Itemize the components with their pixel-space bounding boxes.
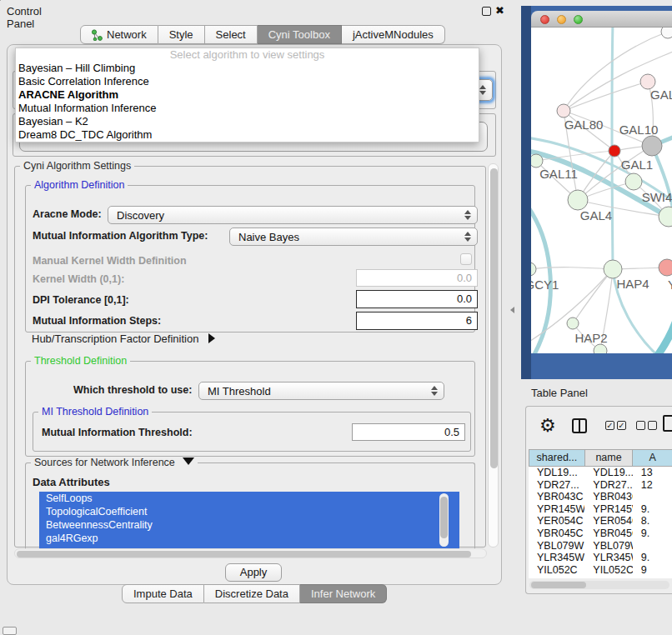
network-node[interactable] — [642, 136, 662, 156]
network-canvas[interactable]: GALGAL80GAL10GAL1GAL11SWI4GAL4GCY1HAP4YH… — [531, 28, 672, 353]
table-row[interactable]: YIL052CYIL052C9 — [529, 564, 672, 577]
network-window-titlebar[interactable] — [531, 11, 672, 28]
dropdown-item-basic-correlation-inference[interactable]: Basic Correlation Inference — [16, 75, 479, 88]
table-row[interactable]: YBL079WYBL079W — [529, 540, 672, 552]
bottom-tab-impute-data[interactable]: Impute Data — [122, 584, 204, 603]
attribute-item[interactable]: TopologicalCoefficient — [39, 505, 459, 518]
tab-label: Cyni Toolbox — [268, 26, 330, 44]
aracne-mode-value: Discovery — [117, 209, 164, 222]
table-horizontal-scrollbar[interactable] — [529, 581, 669, 589]
data-attributes-list[interactable]: SelfLoopsTopologicalCoefficientBetweenne… — [39, 492, 459, 549]
mi-threshold-field[interactable]: 0.5 — [352, 423, 465, 441]
network-icon — [92, 29, 103, 41]
network-node[interactable] — [567, 318, 579, 329]
dropdown-item-aracne-algorithm[interactable]: ARACNE Algorithm — [16, 88, 479, 102]
network-node[interactable] — [531, 154, 543, 168]
node-attribute-table[interactable]: shared...nameA YDL19...YDL19...13YDR27..… — [529, 449, 672, 578]
apply-button[interactable]: Apply — [225, 563, 282, 582]
algorithm-definition-legend: Algorithm Definition — [31, 179, 128, 191]
network-node[interactable] — [568, 190, 588, 210]
network-node[interactable] — [594, 344, 607, 353]
tab-jactivemnodules[interactable]: jActiveMNodules — [342, 25, 445, 44]
table-row[interactable]: YLR345WYLR345W9. — [529, 552, 672, 564]
table-row[interactable]: YBR045CYBR045C9. — [529, 528, 672, 540]
manual-kernel-width-checkbox[interactable] — [460, 253, 472, 265]
network-graph[interactable]: GALGAL80GAL10GAL1GAL11SWI4GAL4GCY1HAP4YH… — [531, 28, 672, 353]
table-row[interactable]: YDR27...YDR27...12 — [529, 479, 672, 492]
columns-icon[interactable] — [572, 418, 587, 433]
table-cell — [633, 540, 672, 552]
table-cell: YBR045C — [584, 528, 632, 540]
network-node[interactable] — [661, 28, 672, 38]
mi-algorithm-type-combobox[interactable]: Naive Bayes — [229, 228, 478, 246]
tab-label: Style — [169, 26, 193, 44]
close-traffic-light-icon[interactable] — [540, 15, 549, 24]
kernel-width-field[interactable]: 0.0 — [356, 269, 478, 287]
minimized-panel-icon[interactable] — [3, 627, 17, 635]
dropdown-item-dream8-dc-tdc-algorithm[interactable]: Dream8 DC_TDC Algorithm — [16, 128, 479, 142]
deselect-all-checkboxes-icon[interactable] — [636, 421, 657, 430]
table-row[interactable]: YER054CYER054C8. — [529, 515, 672, 528]
dropdown-item-bayesian-k2[interactable]: Bayesian – K2 — [16, 115, 479, 128]
table-cell: YLR345W — [584, 552, 632, 564]
table-row[interactable]: YBR043CYBR043C — [529, 491, 672, 503]
attribute-item[interactable]: gal4RGexp — [39, 532, 459, 545]
network-node[interactable] — [557, 104, 570, 118]
network-node-label: GCY1 — [531, 278, 559, 292]
which-threshold-combobox[interactable]: MI Threshold — [198, 382, 444, 400]
chevron-down-icon — [183, 458, 194, 465]
splitter-collapse-icon[interactable] — [510, 307, 514, 313]
tab-network[interactable]: Network — [80, 25, 158, 44]
mi-steps-field[interactable]: 6 — [356, 312, 478, 330]
table-cell: YIL052C — [529, 564, 584, 577]
hub-tf-definition-toggle[interactable]: Hub/Transcription Factor Definition — [32, 332, 215, 345]
network-node[interactable] — [531, 262, 536, 276]
network-node[interactable] — [659, 259, 672, 276]
mi-algorithm-type-label: Mutual Information Algorithm Type: — [33, 230, 208, 242]
tab-label: Network — [107, 26, 147, 44]
table-cell: YDL19... — [584, 467, 632, 479]
aracne-mode-combobox[interactable]: Discovery — [108, 206, 478, 224]
network-node[interactable] — [604, 260, 622, 278]
attribute-item[interactable]: SelfLoops — [39, 492, 459, 505]
table-cell: 13 — [633, 467, 672, 479]
aracne-mode-label: Aracne Mode: — [33, 208, 102, 220]
table-cell: YIL052C — [584, 564, 632, 577]
attribute-list-scrollbar[interactable] — [439, 493, 449, 547]
network-edge — [656, 312, 672, 353]
dropdown-item-bayesian-hill-climbing[interactable]: Bayesian – Hill Climbing — [16, 62, 479, 75]
zoom-traffic-light-icon[interactable] — [574, 15, 583, 24]
column-header-2[interactable]: A — [633, 449, 672, 467]
close-icon[interactable]: ✖ — [495, 4, 504, 17]
table-cell: 9. — [633, 503, 672, 516]
table-row[interactable]: YDL19...YDL19...13 — [529, 467, 672, 479]
table-row[interactable]: YPR145WYPR145W9. — [529, 503, 672, 516]
network-node[interactable] — [609, 145, 620, 157]
tab-select[interactable]: Select — [205, 25, 258, 44]
attribute-item[interactable]: BetweennessCentrality — [39, 518, 459, 532]
tab-cyni-toolbox[interactable]: Cyni Toolbox — [258, 25, 342, 44]
select-all-checkboxes-icon[interactable]: ✓✓ — [605, 421, 626, 430]
tab-style[interactable]: Style — [158, 25, 205, 44]
settings-vertical-scrollbar[interactable] — [488, 163, 499, 548]
column-header-0[interactable]: shared... — [529, 449, 585, 467]
table-cell: 9. — [633, 528, 672, 540]
float-window-icon[interactable] — [482, 7, 491, 16]
control-panel-tabbar: NetworkStyleSelectCyni ToolboxjActiveMNo… — [80, 25, 445, 44]
network-node[interactable] — [625, 173, 642, 190]
network-node-label: GAL1 — [621, 158, 653, 172]
tab-label: jActiveMNodules — [353, 26, 434, 44]
sources-legend[interactable]: Sources for Network Inference — [31, 457, 198, 468]
settings-horizontal-scrollbar[interactable] — [14, 548, 487, 558]
table-cell: YDL19... — [529, 467, 584, 479]
dropdown-item-mutual-information-inference[interactable]: Mutual Information Inference — [16, 102, 479, 115]
combo-spinner-icon — [464, 207, 471, 223]
bottom-tab-infer-network[interactable]: Infer Network — [300, 584, 387, 603]
column-header-1[interactable]: name — [585, 449, 633, 467]
bottom-tab-discretize-data[interactable]: Discretize Data — [204, 584, 300, 603]
file-icon[interactable] — [663, 415, 672, 432]
minimize-traffic-light-icon[interactable] — [557, 15, 566, 24]
gear-icon[interactable]: ⚙ — [539, 415, 556, 437]
network-node-label: GAL — [650, 88, 672, 102]
dpi-tolerance-field[interactable]: 0.0 — [356, 290, 478, 308]
